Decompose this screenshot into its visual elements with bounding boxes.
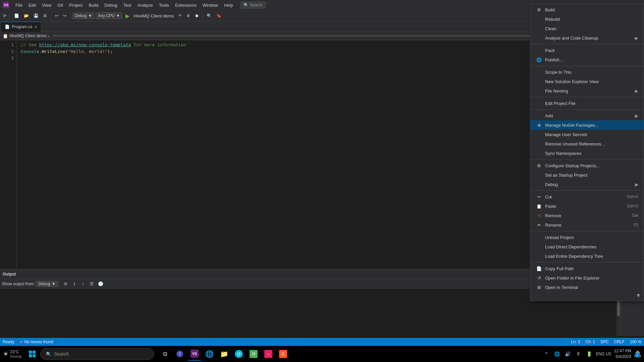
taskbar-search[interactable]: 🔍 Search: [40, 348, 154, 360]
menu-tools[interactable]: Tools: [156, 2, 172, 8]
ctx-build[interactable]: ⚙ Build: [530, 5, 644, 14]
ctx-rebuild[interactable]: Rebuild: [530, 14, 644, 24]
tray-volume[interactable]: 🔊: [564, 350, 572, 358]
menu-test[interactable]: Test: [121, 2, 134, 8]
ctx-cut[interactable]: ✂ Cut Ctrl+X: [530, 192, 644, 201]
ctx-unload[interactable]: Unload Project: [530, 233, 644, 242]
ctx-debug[interactable]: Debug ▶: [530, 180, 644, 189]
ctx-configure-startup[interactable]: ⚙ Configure Startup Projects...: [530, 161, 644, 170]
global-search[interactable]: 🔍 Search: [240, 2, 266, 8]
taskbar-icon-6[interactable]: M: [247, 347, 260, 361]
taskbar-chrome-icon[interactable]: 🌐: [203, 347, 216, 361]
toolbar-save[interactable]: 💾: [32, 12, 40, 19]
taskbar-vs-icon[interactable]: VS: [188, 347, 201, 361]
notification-center[interactable]: 🔔 2: [634, 350, 641, 358]
ctx-rename[interactable]: ✏ Rename F2: [530, 220, 644, 230]
ctx-manage-secrets[interactable]: Manage User Secrets: [530, 130, 644, 139]
analyze-icon: [536, 35, 542, 41]
sep-7: [530, 231, 644, 231]
taskbar-task-view[interactable]: ⧉: [158, 347, 172, 361]
taskbar-icon-5[interactable]: @: [232, 347, 246, 361]
toolbar-open[interactable]: 📂: [22, 12, 31, 19]
menu-extensions[interactable]: Extensions: [172, 2, 199, 8]
menu-project[interactable]: Project: [66, 2, 85, 8]
toolbar-bookmark[interactable]: 🔖: [215, 12, 223, 19]
breadcrumb-project[interactable]: HiveMQ Client demo: [9, 34, 47, 38]
output-clear[interactable]: ⊘: [62, 280, 69, 288]
tray-battery[interactable]: 🔋: [585, 350, 593, 358]
ctx-scope[interactable]: Scope to This: [530, 67, 644, 77]
ctx-new-sol-explorer[interactable]: New Solution Explorer View: [530, 77, 644, 86]
weather-widget[interactable]: ☀ 23°C Sonnig: [3, 350, 21, 358]
toolbar-back[interactable]: ⟳: [1, 12, 8, 19]
code-link[interactable]: https://aka.ms/new-console-template: [39, 42, 131, 47]
ctx-open-terminal-label: Open in Terminal: [545, 285, 578, 290]
line-2: 2: [3, 48, 14, 55]
ctx-sync-ns[interactable]: Sync Namespaces: [530, 148, 644, 158]
ctx-publish[interactable]: 🌐 Publish...: [530, 55, 644, 64]
remove-unused-icon: [536, 140, 542, 147]
platform-dropdown[interactable]: Any CPU ▼: [96, 12, 122, 19]
toolbar-undo[interactable]: ↩: [53, 12, 60, 19]
debug-mode-dropdown[interactable]: Debug ▼: [72, 12, 94, 19]
toolbar-stop[interactable]: ⏹: [193, 12, 201, 19]
output-filter[interactable]: ☰: [88, 280, 96, 288]
status-issues[interactable]: ✓ No issues found: [20, 340, 53, 344]
taskbar-icon-7[interactable]: ♪: [262, 347, 275, 361]
ctx-paste[interactable]: 📋 Paste Ctrl+V: [530, 201, 644, 211]
ctx-add[interactable]: Add ▶: [530, 111, 644, 120]
menu-window[interactable]: Window: [200, 2, 221, 8]
toolbar-sep-3: [70, 12, 70, 19]
menu-build[interactable]: Build: [86, 2, 101, 8]
ctx-paste-label: Paste: [545, 204, 556, 209]
ctx-open-terminal[interactable]: ⊞ Open in Terminal: [530, 283, 644, 292]
ctx-remove-unused[interactable]: Remove Unused References...: [530, 139, 644, 148]
toolbar-find[interactable]: 🔍: [205, 12, 213, 19]
ctx-copy-path[interactable]: 📄 Copy Full Path: [530, 264, 644, 273]
menu-file[interactable]: File: [13, 2, 25, 8]
menu-analyze[interactable]: Analyze: [135, 2, 155, 8]
taskbar-icon-1[interactable]: T: [173, 347, 186, 361]
ctx-manage-nuget[interactable]: ⊕ Manage NuGet Packages...: [530, 120, 644, 130]
tray-network[interactable]: 🌐: [553, 350, 561, 358]
ctx-analyze[interactable]: Analyze and Code Cleanup ▶: [530, 33, 644, 43]
start-button[interactable]: [25, 347, 39, 361]
start-button[interactable]: ▶: [124, 12, 131, 20]
tab-icon: 📄: [5, 24, 10, 29]
ctx-remove[interactable]: ✕ Remove Del: [530, 211, 644, 220]
menu-debug[interactable]: Debug: [102, 2, 120, 8]
code-line-3[interactable]: [21, 55, 612, 62]
code-area[interactable]: // See https://aka.ms/new-console-templa…: [17, 40, 616, 269]
output-scroll[interactable]: ↕: [79, 280, 87, 288]
toolbar-redo[interactable]: ↪: [61, 12, 68, 19]
ctx-clean[interactable]: Clean: [530, 24, 644, 33]
output-clock[interactable]: 🕐: [97, 280, 104, 288]
status-zoom[interactable]: 100 %: [630, 340, 641, 344]
toolbar-pause[interactable]: ⏸: [184, 12, 192, 19]
ctx-load-entire[interactable]: Load Entire Dependency Tree: [530, 251, 644, 261]
output-wrap[interactable]: ⤸: [71, 280, 78, 288]
toolbar-step-over[interactable]: ↷: [176, 12, 183, 19]
ctx-open-folder[interactable]: ↺ Open Folder in File Explorer: [530, 273, 644, 283]
taskbar-icon-8[interactable]: C: [276, 347, 290, 361]
clock-widget[interactable]: 12:47 PM 5/4/2023: [614, 348, 631, 360]
menu-help[interactable]: Help: [221, 2, 236, 8]
ctx-pack[interactable]: Pack: [530, 46, 644, 55]
ctx-file-nesting[interactable]: File Nesting ▶: [530, 86, 644, 96]
toolbar-save-all[interactable]: 🗎: [42, 12, 49, 19]
menu-git[interactable]: Git: [55, 2, 66, 8]
tray-mic[interactable]: 🎙: [575, 350, 583, 358]
ctx-load-direct[interactable]: Load Direct Dependencies: [530, 242, 644, 251]
tray-chevron[interactable]: ^: [542, 350, 550, 358]
language-indicator[interactable]: ENG US: [596, 352, 611, 356]
menu-edit[interactable]: Edit: [26, 2, 39, 8]
taskbar-explorer-icon[interactable]: 📁: [217, 347, 231, 361]
scroll-indicator: ▼: [636, 293, 641, 299]
tab-program-cs[interactable]: 📄 Program.cs ✕: [1, 22, 41, 32]
menu-view[interactable]: View: [39, 2, 54, 8]
toolbar-new[interactable]: 📄: [12, 12, 21, 19]
output-source-dropdown[interactable]: Debug ▼: [36, 281, 58, 287]
tab-close-button[interactable]: ✕: [34, 25, 37, 29]
ctx-edit-project[interactable]: Edit Project File: [530, 99, 644, 108]
ctx-set-startup[interactable]: Set as Startup Project: [530, 170, 644, 180]
